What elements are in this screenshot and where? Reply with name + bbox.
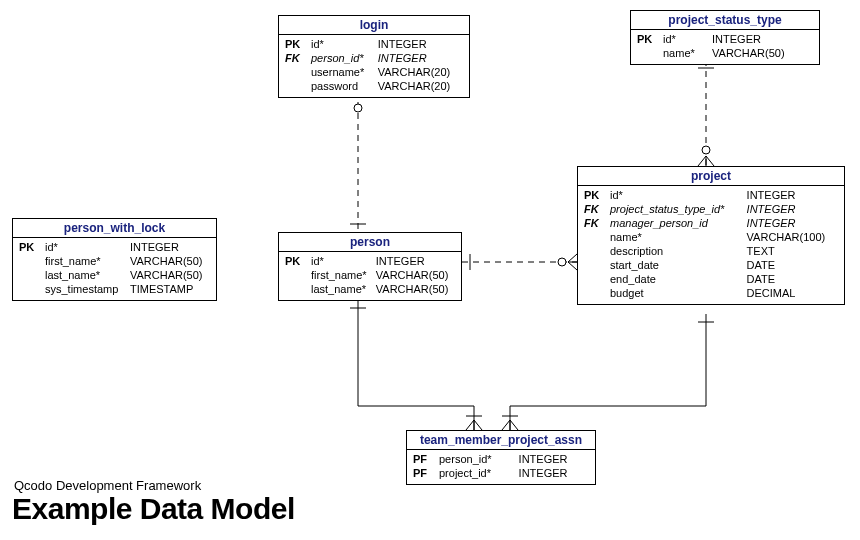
column-name: project_id* [437,466,517,480]
entity-team-member-project-assn: team_member_project_assn PFperson_id*INT… [406,430,596,485]
column-type: INTEGER [745,202,840,216]
entity-body: PKid*INTEGERFKperson_id*INTEGERusername*… [279,35,469,97]
svg-line-14 [568,262,577,270]
column-key: PK [17,240,43,254]
column-row: PKid*INTEGER [17,240,212,254]
column-name: manager_person_id [608,216,745,230]
column-row: sys_timestampTIMESTAMP [17,282,212,296]
column-type: TIMESTAMP [128,282,212,296]
column-type: VARCHAR(50) [374,268,457,282]
column-name: first_name* [309,268,374,282]
svg-line-12 [568,254,577,262]
column-key: PK [283,254,309,268]
column-key [17,254,43,268]
column-key [283,79,309,93]
column-key: FK [582,202,608,216]
entity-project: project PKid*INTEGERFKproject_status_typ… [577,166,845,305]
column-type: DATE [745,258,840,272]
column-type: INTEGER [710,32,815,46]
column-row: FKmanager_person_idINTEGER [582,216,840,230]
column-type: INTEGER [745,216,840,230]
entity-login: login PKid*INTEGERFKperson_id*INTEGERuse… [278,15,470,98]
column-type: VARCHAR(20) [376,65,465,79]
column-type: INTEGER [374,254,457,268]
column-key [283,268,309,282]
column-name: username* [309,65,376,79]
column-row: username*VARCHAR(20) [283,65,465,79]
column-name: person_id* [437,452,517,466]
column-type: DATE [745,272,840,286]
svg-line-8 [706,156,714,166]
svg-line-22 [502,420,510,430]
column-name: end_date [608,272,745,286]
column-type: VARCHAR(100) [745,230,840,244]
entity-project-status-type: project_status_type PKid*INTEGERname*VAR… [630,10,820,65]
column-key [582,258,608,272]
column-name: last_name* [43,268,128,282]
column-type: TEXT [745,244,840,258]
column-key [582,286,608,300]
column-type: VARCHAR(50) [374,282,457,296]
entity-body: PKid*INTEGERfirst_name*VARCHAR(50)last_n… [279,252,461,300]
entity-title: project [578,167,844,186]
column-name: first_name* [43,254,128,268]
column-type: INTEGER [376,51,465,65]
column-name: start_date [608,258,745,272]
column-row: PFperson_id*INTEGER [411,452,591,466]
svg-line-17 [466,420,474,430]
svg-point-1 [354,104,362,112]
column-key: PK [635,32,661,46]
column-name: last_name* [309,282,374,296]
column-name: description [608,244,745,258]
column-row: start_dateDATE [582,258,840,272]
column-name: project_status_type_id* [608,202,745,216]
column-name: sys_timestamp [43,282,128,296]
column-type: VARCHAR(50) [710,46,815,60]
column-row: name*VARCHAR(100) [582,230,840,244]
entity-body: PFperson_id*INTEGERPFproject_id*INTEGER [407,450,595,484]
column-key [582,272,608,286]
column-key: PK [582,188,608,202]
column-row: first_name*VARCHAR(50) [283,268,457,282]
column-type: VARCHAR(20) [376,79,465,93]
entity-body: PKid*INTEGERfirst_name*VARCHAR(50)last_n… [13,238,216,300]
column-type: INTEGER [517,452,591,466]
column-key [17,282,43,296]
column-type: VARCHAR(50) [128,268,212,282]
column-type: INTEGER [745,188,840,202]
column-row: passwordVARCHAR(20) [283,79,465,93]
column-row: PFproject_id*INTEGER [411,466,591,480]
column-row: PKid*INTEGER [283,37,465,51]
svg-point-11 [558,258,566,266]
column-key: PF [411,466,437,480]
column-key [17,268,43,282]
column-name: person_id* [309,51,376,65]
column-row: PKid*INTEGER [582,188,840,202]
column-row: last_name*VARCHAR(50) [283,282,457,296]
column-row: PKid*INTEGER [635,32,815,46]
column-name: name* [661,46,710,60]
column-name: id* [309,254,374,268]
entity-person-with-lock: person_with_lock PKid*INTEGERfirst_name*… [12,218,217,301]
footer-subtitle: Qcodo Development Framework [14,478,201,493]
column-name: budget [608,286,745,300]
column-key [283,65,309,79]
entity-title: team_member_project_assn [407,431,595,450]
column-key [582,230,608,244]
entity-title: login [279,16,469,35]
column-key [635,46,661,60]
footer-title: Example Data Model [12,492,295,526]
entity-title: person [279,233,461,252]
column-row: PKid*INTEGER [283,254,457,268]
column-key [283,282,309,296]
column-row: FKproject_status_type_id*INTEGER [582,202,840,216]
column-key: FK [582,216,608,230]
column-name: id* [43,240,128,254]
column-row: last_name*VARCHAR(50) [17,268,212,282]
column-name: password [309,79,376,93]
column-row: budgetDECIMAL [582,286,840,300]
entity-body: PKid*INTEGERFKproject_status_type_id*INT… [578,186,844,304]
entity-body: PKid*INTEGERname*VARCHAR(50) [631,30,819,64]
column-type: INTEGER [517,466,591,480]
column-key [582,244,608,258]
